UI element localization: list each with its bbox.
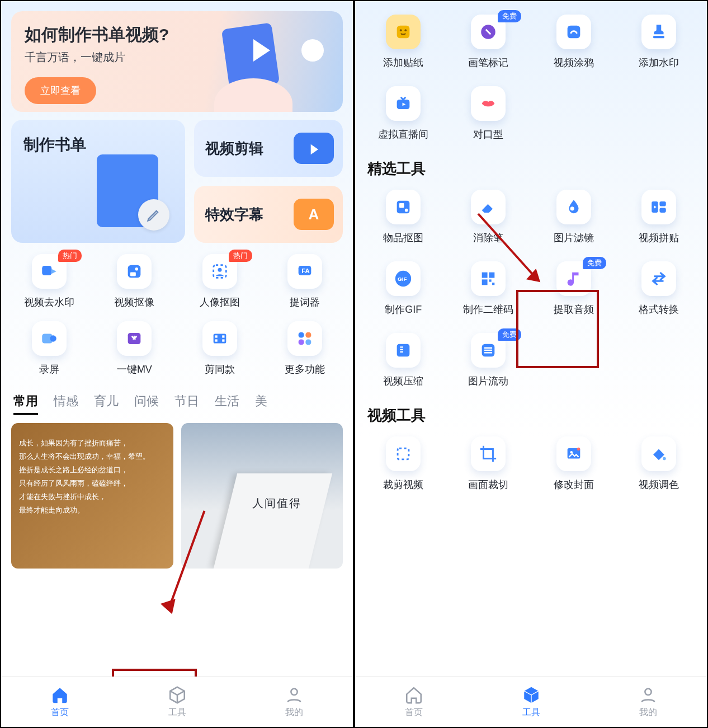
tool-change-cover[interactable]: 修改封面 bbox=[531, 433, 616, 497]
bottom-nav: 首页 工具 我的 bbox=[355, 677, 707, 727]
tool-label: 虚拟直播间 bbox=[378, 128, 428, 141]
svg-point-49 bbox=[645, 689, 652, 695]
tool-one-click-mv[interactable]: 一键MV bbox=[92, 318, 177, 382]
nav-home[interactable]: 首页 bbox=[1, 677, 119, 727]
svg-rect-38 bbox=[489, 273, 495, 278]
svg-rect-0 bbox=[42, 266, 51, 275]
svg-rect-13 bbox=[215, 339, 217, 341]
svg-rect-29 bbox=[399, 203, 404, 208]
tool-trim-video[interactable]: 裁剪视频 bbox=[361, 433, 446, 497]
tool-video-compress[interactable]: 视频压缩 bbox=[361, 330, 446, 393]
trim-icon bbox=[386, 436, 421, 471]
svg-rect-26 bbox=[653, 36, 664, 38]
tool-object-cutout[interactable]: 物品抠图 bbox=[361, 186, 446, 250]
screen-tools: 添加贴纸 免费 画笔标记 视频涂鸦 添加水印 bbox=[354, 0, 708, 728]
tool-format-convert[interactable]: 格式转换 bbox=[616, 258, 701, 322]
tool-brush-mark[interactable]: 免费 画笔标记 bbox=[446, 11, 531, 75]
svg-point-31 bbox=[570, 206, 574, 210]
tool-portrait-cutout[interactable]: 热门 人像抠图 bbox=[177, 251, 262, 314]
svg-rect-44 bbox=[398, 448, 409, 459]
svg-point-48 bbox=[663, 457, 666, 461]
nav-tools[interactable]: 工具 bbox=[119, 677, 236, 727]
tab-festival[interactable]: 节日 bbox=[174, 393, 199, 415]
svg-point-20 bbox=[291, 689, 298, 695]
make-booklist-tile[interactable]: 制作书单 bbox=[11, 120, 185, 243]
tool-label: 图片流动 bbox=[468, 374, 508, 388]
tool-add-sticker[interactable]: 添加贴纸 bbox=[361, 11, 446, 75]
home-icon bbox=[404, 685, 423, 704]
paint-bucket-icon bbox=[641, 436, 676, 471]
section-video-tools: 视频工具 bbox=[367, 406, 695, 425]
nav-home[interactable]: 首页 bbox=[355, 677, 473, 727]
tool-eraser[interactable]: 消除笔 bbox=[446, 186, 531, 250]
tool-video-cutout[interactable]: 视频抠像 bbox=[92, 251, 177, 314]
tool-label: 视频压缩 bbox=[383, 374, 423, 388]
tab-common[interactable]: 常用 bbox=[13, 393, 38, 415]
tool-teleprompter[interactable]: FA 提词器 bbox=[262, 251, 347, 314]
book-illustration: 人间值得 bbox=[214, 473, 332, 569]
tool-screen-record[interactable]: 录屏 bbox=[7, 318, 92, 382]
svg-rect-16 bbox=[299, 332, 304, 338]
svg-rect-39 bbox=[482, 279, 488, 285]
tab-beauty[interactable]: 美 bbox=[255, 393, 267, 415]
tab-life[interactable]: 生活 bbox=[215, 393, 239, 415]
svg-point-5 bbox=[218, 268, 221, 272]
drop-icon bbox=[556, 190, 591, 224]
tool-video-doodle[interactable]: 视频涂鸦 bbox=[531, 11, 616, 75]
book-title: 人间值得 bbox=[252, 496, 301, 511]
svg-rect-21 bbox=[397, 26, 410, 39]
nav-tools[interactable]: 工具 bbox=[473, 677, 590, 727]
svg-rect-3 bbox=[130, 272, 136, 276]
tool-add-watermark[interactable]: 添加水印 bbox=[616, 11, 701, 75]
video-edit-tile[interactable]: 视频剪辑 bbox=[194, 120, 343, 177]
tab-greeting[interactable]: 问候 bbox=[134, 393, 159, 415]
nav-label: 首页 bbox=[51, 707, 69, 718]
gif-icon: GIF bbox=[386, 261, 421, 296]
template-card-quote[interactable]: 成长，如果因为有了挫折而痛苦， 那么人生将不会出现成功，幸福，希望。 挫折是成长… bbox=[11, 423, 173, 569]
tutorial-banner[interactable]: 如何制作书单视频? 千言万语，一键成片 立即查看 bbox=[11, 11, 343, 112]
tool-label: 添加水印 bbox=[639, 56, 679, 69]
tool-label: 剪同款 bbox=[205, 363, 235, 376]
tool-cut-same[interactable]: 剪同款 bbox=[177, 318, 262, 382]
svg-point-23 bbox=[405, 29, 407, 31]
tool-row-2: 虚拟直播间 对口型 bbox=[361, 83, 701, 147]
quote-text: 成长，如果因为有了挫折而痛苦， 那么人生将不会出现成功，幸福，希望。 挫折是成长… bbox=[19, 436, 166, 517]
nav-mine[interactable]: 我的 bbox=[589, 677, 707, 727]
tool-remove-watermark[interactable]: 热门 视频去水印 bbox=[7, 251, 92, 314]
object-cutout-icon bbox=[386, 190, 421, 224]
tool-lipsync[interactable]: 对口型 bbox=[446, 83, 531, 147]
tool-crop-frame[interactable]: 画面裁切 bbox=[446, 433, 531, 497]
pen-icon bbox=[301, 39, 324, 62]
compress-icon bbox=[386, 333, 421, 368]
nav-mine[interactable]: 我的 bbox=[235, 677, 353, 727]
sparkle-a-icon: A bbox=[294, 199, 334, 230]
svg-text:FA: FA bbox=[301, 267, 309, 274]
tool-make-gif[interactable]: GIF 制作GIF bbox=[361, 258, 446, 322]
svg-rect-17 bbox=[305, 332, 311, 338]
filmstrip-icon bbox=[202, 321, 237, 356]
tool-label: 视频调色 bbox=[639, 478, 679, 491]
fx-subtitle-tile[interactable]: 特效字幕 A bbox=[194, 186, 343, 243]
cube-icon bbox=[168, 685, 187, 704]
tool-label: 画面裁切 bbox=[468, 478, 508, 491]
tool-label: 视频抠像 bbox=[114, 295, 154, 309]
svg-rect-33 bbox=[659, 201, 665, 206]
banner-cta-button[interactable]: 立即查看 bbox=[25, 77, 96, 104]
tab-emotion[interactable]: 情感 bbox=[54, 393, 78, 415]
tool-video-color[interactable]: 视频调色 bbox=[616, 433, 701, 497]
tool-row-6: 裁剪视频 画面裁切 修改封面 视频调色 bbox=[361, 433, 701, 497]
tool-row-3: 物品抠图 消除笔 图片滤镜 视频拼贴 bbox=[361, 186, 701, 250]
svg-rect-11 bbox=[213, 334, 226, 344]
tool-image-filter[interactable]: 图片滤镜 bbox=[531, 186, 616, 250]
tool-label: 制作二维码 bbox=[463, 303, 513, 316]
edit-icon bbox=[138, 199, 169, 231]
svg-rect-42 bbox=[397, 344, 410, 357]
tab-parent[interactable]: 育儿 bbox=[94, 393, 119, 415]
tool-label: 录屏 bbox=[39, 363, 59, 376]
svg-rect-34 bbox=[659, 208, 665, 213]
template-card-book[interactable]: 人间值得 bbox=[181, 423, 343, 569]
tool-more[interactable]: 更多功能 bbox=[262, 318, 347, 382]
tool-video-collage[interactable]: 视频拼贴 bbox=[616, 186, 701, 250]
mv-icon bbox=[117, 321, 152, 356]
tool-virtual-live[interactable]: 虚拟直播间 bbox=[361, 83, 446, 147]
